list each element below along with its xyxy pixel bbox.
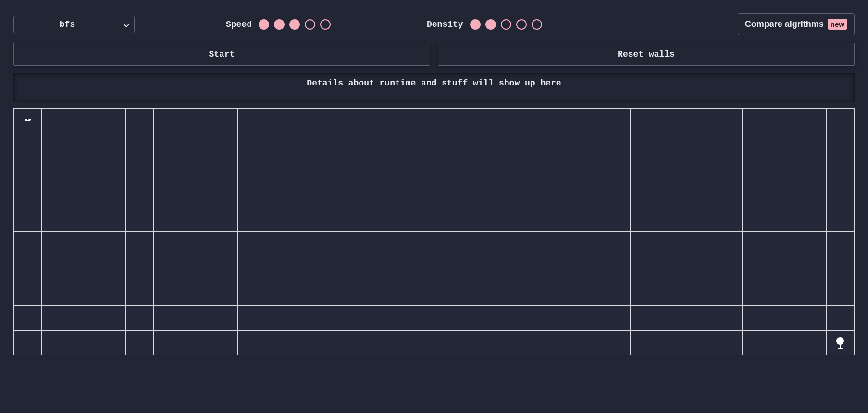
- grid-cell[interactable]: [631, 306, 658, 330]
- grid-cell[interactable]: [602, 133, 630, 157]
- grid-cell[interactable]: [42, 182, 69, 206]
- grid-cell[interactable]: [658, 158, 686, 182]
- grid-cell[interactable]: [266, 109, 294, 133]
- grid-cell[interactable]: [14, 182, 41, 206]
- grid-cell[interactable]: [770, 281, 798, 305]
- grid-cell[interactable]: [210, 232, 237, 256]
- grid-cell[interactable]: [462, 158, 490, 182]
- grid-cell[interactable]: [770, 232, 798, 256]
- grid-cell[interactable]: [434, 306, 461, 330]
- grid-cell[interactable]: [714, 182, 742, 206]
- grid-cell[interactable]: [631, 331, 658, 355]
- grid-cell[interactable]: [574, 331, 602, 355]
- grid-cell[interactable]: [631, 232, 658, 256]
- grid-cell[interactable]: [686, 133, 714, 157]
- grid-cell[interactable]: [350, 207, 378, 231]
- grid-cell[interactable]: [631, 256, 658, 280]
- grid-cell[interactable]: [350, 182, 378, 206]
- grid-cell[interactable]: [350, 306, 378, 330]
- grid-cell[interactable]: [154, 207, 181, 231]
- grid-cell[interactable]: [743, 182, 770, 206]
- grid-cell[interactable]: [434, 207, 461, 231]
- grid-cell[interactable]: [827, 109, 854, 133]
- grid-cell[interactable]: [658, 281, 686, 305]
- grid-cell[interactable]: [602, 281, 630, 305]
- grid-cell[interactable]: [574, 306, 602, 330]
- grid-cell[interactable]: [266, 133, 294, 157]
- grid-cell[interactable]: [210, 109, 237, 133]
- density-dot[interactable]: [532, 19, 542, 30]
- grid-cell[interactable]: [518, 306, 546, 330]
- grid-cell[interactable]: [406, 232, 434, 256]
- grid-cell[interactable]: [154, 182, 181, 206]
- grid-cell[interactable]: [322, 232, 349, 256]
- grid-cell[interactable]: [322, 281, 349, 305]
- grid-cell[interactable]: [827, 207, 854, 231]
- reset-walls-button[interactable]: Reset walls: [438, 43, 855, 66]
- grid-cell[interactable]: [294, 331, 322, 355]
- grid-cell[interactable]: [686, 158, 714, 182]
- grid-cell[interactable]: [406, 331, 434, 355]
- grid-cell[interactable]: [126, 232, 153, 256]
- grid-cell[interactable]: [631, 109, 658, 133]
- grid-cell[interactable]: [294, 207, 322, 231]
- grid-cell[interactable]: [42, 306, 69, 330]
- grid-cell[interactable]: [574, 182, 602, 206]
- grid-cell[interactable]: [798, 331, 826, 355]
- grid-cell[interactable]: [462, 232, 490, 256]
- grid-cell[interactable]: [154, 158, 181, 182]
- grid-cell[interactable]: [518, 109, 546, 133]
- grid-cell[interactable]: [42, 232, 69, 256]
- grid-cell[interactable]: [714, 281, 742, 305]
- grid-cell[interactable]: [126, 133, 153, 157]
- grid-cell[interactable]: [238, 331, 265, 355]
- start-cell[interactable]: [14, 109, 41, 133]
- grid-cell[interactable]: [350, 232, 378, 256]
- grid-cell[interactable]: [350, 281, 378, 305]
- grid-cell[interactable]: [743, 306, 770, 330]
- grid-cell[interactable]: [238, 207, 265, 231]
- grid-cell[interactable]: [602, 207, 630, 231]
- grid-cell[interactable]: [827, 306, 854, 330]
- algorithm-select[interactable]: bfs: [13, 16, 135, 33]
- grid-cell[interactable]: [631, 207, 658, 231]
- grid-cell[interactable]: [238, 232, 265, 256]
- grid-cell[interactable]: [490, 256, 518, 280]
- grid-cell[interactable]: [462, 182, 490, 206]
- grid-cell[interactable]: [322, 158, 349, 182]
- grid-cell[interactable]: [70, 109, 98, 133]
- grid-cell[interactable]: [714, 133, 742, 157]
- grid-cell[interactable]: [546, 207, 574, 231]
- grid-cell[interactable]: [743, 109, 770, 133]
- grid-cell[interactable]: [98, 207, 125, 231]
- grid-cell[interactable]: [631, 133, 658, 157]
- grid-cell[interactable]: [546, 232, 574, 256]
- density-dot[interactable]: [501, 19, 511, 30]
- grid-cell[interactable]: [602, 109, 630, 133]
- grid-cell[interactable]: [743, 133, 770, 157]
- grid-cell[interactable]: [462, 109, 490, 133]
- grid-cell[interactable]: [686, 331, 714, 355]
- grid-cell[interactable]: [462, 207, 490, 231]
- grid-cell[interactable]: [658, 207, 686, 231]
- grid-cell[interactable]: [686, 232, 714, 256]
- grid-cell[interactable]: [686, 182, 714, 206]
- grid-cell[interactable]: [798, 133, 826, 157]
- grid-cell[interactable]: [350, 109, 378, 133]
- grid-cell[interactable]: [322, 256, 349, 280]
- grid-cell[interactable]: [14, 306, 41, 330]
- grid-cell[interactable]: [322, 331, 349, 355]
- grid-cell[interactable]: [406, 158, 434, 182]
- grid-cell[interactable]: [126, 207, 153, 231]
- grid-cell[interactable]: [210, 306, 237, 330]
- compare-button[interactable]: Compare algrithms new: [738, 13, 855, 35]
- grid-cell[interactable]: [546, 256, 574, 280]
- grid-cell[interactable]: [743, 256, 770, 280]
- grid-cell[interactable]: [14, 158, 41, 182]
- grid-cell[interactable]: [70, 256, 98, 280]
- grid-cell[interactable]: [294, 281, 322, 305]
- grid-cell[interactable]: [770, 331, 798, 355]
- grid-cell[interactable]: [770, 306, 798, 330]
- grid-cell[interactable]: [546, 182, 574, 206]
- grid-cell[interactable]: [686, 281, 714, 305]
